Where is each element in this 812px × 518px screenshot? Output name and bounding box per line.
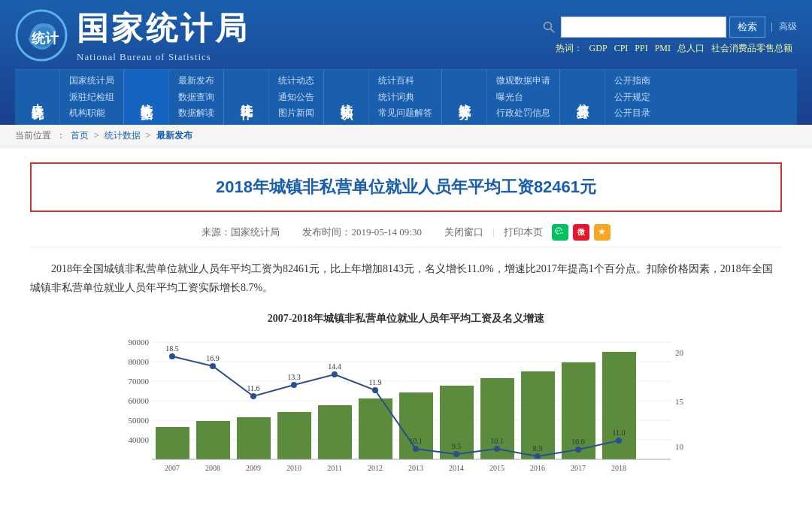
bar-2008 xyxy=(196,421,230,459)
nav-section-openinfo: 信息公开 公开指南 公开规定 公开目录 xyxy=(560,70,659,125)
nav-link-encyclopedia[interactable]: 统计百科 xyxy=(378,73,432,89)
nav-section-knowledge: 统计知识 统计百科 统计词典 常见问题解答 xyxy=(324,70,442,125)
svg-text:统计: 统计 xyxy=(31,31,59,46)
nav-link-faq[interactable]: 常见问题解答 xyxy=(378,105,432,122)
nav-link-dynamics[interactable]: 统计动态 xyxy=(278,73,314,89)
svg-point-9 xyxy=(562,232,562,233)
svg-text:18.5: 18.5 xyxy=(165,344,179,353)
nav-main-about: 走近统计 xyxy=(29,94,45,100)
nav-item-service[interactable]: 统计服务 xyxy=(442,70,487,125)
hot-word-ppi[interactable]: PPI xyxy=(635,43,647,53)
nav-link-bureau[interactable]: 国家统计局 xyxy=(69,73,114,89)
hot-words: 热词： GDP CPI PPI PMI 总人口 社会消费品零售总额 xyxy=(556,42,797,55)
svg-text:2007: 2007 xyxy=(165,464,180,472)
breadcrumb-stats-data[interactable]: 统计数据 xyxy=(105,130,141,141)
nav-link-notices[interactable]: 通知公告 xyxy=(278,89,314,106)
svg-text:2015: 2015 xyxy=(489,464,504,472)
point-2012 xyxy=(372,387,378,393)
nav-item-knowledge[interactable]: 统计知识 xyxy=(324,70,369,125)
favorite-icon[interactable]: ★ xyxy=(594,224,611,241)
nav-item-openinfo[interactable]: 信息公开 xyxy=(560,70,605,125)
meta-actions: 关闭窗口 | 打印本页 微 ★ xyxy=(444,224,611,241)
nav-main-data: 统计数据 xyxy=(138,94,154,100)
bar-2007 xyxy=(156,427,189,459)
nav-item-data[interactable]: 统计数据 xyxy=(124,70,169,125)
time-info: 发布时间：2019-05-14 09:30 xyxy=(302,226,422,239)
time-value: 2019-05-14 09:30 xyxy=(351,226,422,238)
breadcrumb-home[interactable]: 首页 xyxy=(71,130,89,141)
svg-text:11.0: 11.0 xyxy=(612,429,625,437)
nav-item-work[interactable]: 统计工作 xyxy=(224,70,269,125)
print-page-link[interactable]: 打印本页 xyxy=(504,226,543,239)
point-2017 xyxy=(575,447,581,453)
weibo-share-icon[interactable]: 微 xyxy=(573,224,589,241)
chart-section: 2007-2018年城镇非私营单位就业人员年平均工资及名义增速 90000 80… xyxy=(30,312,782,483)
nav-link-dictionary[interactable]: 统计词典 xyxy=(378,89,432,106)
breadcrumb-latest: 最新发布 xyxy=(156,130,192,141)
nav-section-service: 统计服务 微观数据申请 曝光台 行政处罚信息 xyxy=(442,70,560,125)
nav-main-service: 统计服务 xyxy=(456,94,472,100)
svg-text:2014: 2014 xyxy=(449,464,464,472)
social-icons: 微 ★ xyxy=(552,224,611,241)
wechat-share-icon[interactable] xyxy=(552,224,568,241)
nav-item-about[interactable]: 走近统计 xyxy=(15,70,60,125)
advanced-search-link[interactable]: 高级 xyxy=(779,20,797,33)
search-area: 检索 | 高级 热词： GDP CPI PPI PMI 总人口 社会消费品零售总… xyxy=(543,17,797,55)
hot-word-population[interactable]: 总人口 xyxy=(677,43,704,53)
svg-text:80000: 80000 xyxy=(129,357,150,366)
chart-container: 90000 80000 70000 60000 50000 40000 20 1… xyxy=(113,333,699,483)
logo-text: 国家统计局 National Bureau of Statistics xyxy=(77,8,250,63)
nav-link-micro[interactable]: 微观数据申请 xyxy=(496,73,550,89)
title-box: 2018年城镇非私营单位就业人员年平均工资82461元 xyxy=(30,162,782,212)
hot-label: 热词： xyxy=(556,43,583,53)
header: 统计 国家统计局 National Bureau of Statistics 检… xyxy=(0,0,812,125)
svg-text:50000: 50000 xyxy=(129,416,150,425)
svg-text:10.0: 10.0 xyxy=(571,438,585,446)
nav-links-openinfo: 公开指南 公开规定 公开目录 xyxy=(605,70,659,125)
article-title: 2018年城镇非私营单位就业人员年平均工资82461元 xyxy=(47,176,765,198)
hot-word-pmi[interactable]: PMI xyxy=(655,43,671,53)
svg-text:2017: 2017 xyxy=(571,464,586,472)
nav-main-work: 统计工作 xyxy=(238,94,254,100)
nav-link-photos[interactable]: 图片新闻 xyxy=(278,105,314,122)
hot-word-cpi[interactable]: CPI xyxy=(614,43,629,53)
nav-link-penalty[interactable]: 行政处罚信息 xyxy=(496,105,550,122)
nav-section-data: 统计数据 最新发布 数据查询 数据解读 xyxy=(124,70,224,125)
svg-text:2016: 2016 xyxy=(530,464,545,472)
svg-text:60000: 60000 xyxy=(129,396,150,405)
nav-links-about: 国家统计局 派驻纪检组 机构职能 xyxy=(60,70,123,125)
hot-word-gdp[interactable]: GDP xyxy=(589,43,607,53)
nav-link-latest[interactable]: 最新发布 xyxy=(178,73,214,89)
nav-link-regulation[interactable]: 公开规定 xyxy=(614,89,650,106)
search-button[interactable]: 检索 xyxy=(729,17,765,38)
search-input[interactable] xyxy=(561,17,726,38)
nav-links-data: 最新发布 数据查询 数据解读 xyxy=(169,70,223,125)
point-2008 xyxy=(210,363,216,369)
svg-point-7 xyxy=(559,230,564,235)
hot-word-retail[interactable]: 社会消费品零售总额 xyxy=(711,43,792,53)
svg-text:14.4: 14.4 xyxy=(328,362,341,371)
svg-text:40000: 40000 xyxy=(129,435,150,444)
nav-bar: 走近统计 国家统计局 派驻纪检组 机构职能 统计数据 最新发布 数据查询 数据解… xyxy=(15,69,797,125)
svg-text:2010: 2010 xyxy=(286,464,301,472)
nav-link-guide[interactable]: 公开指南 xyxy=(614,73,650,89)
point-2018 xyxy=(616,438,622,444)
close-window-link[interactable]: 关闭窗口 xyxy=(444,226,483,239)
point-2015 xyxy=(494,446,500,452)
svg-text:2009: 2009 xyxy=(246,464,261,472)
logo-cn: 国家统计局 xyxy=(77,8,250,50)
point-2013 xyxy=(413,446,419,452)
nav-link-query[interactable]: 数据查询 xyxy=(178,89,214,106)
nav-section-work: 统计工作 统计动态 通知公告 图片新闻 xyxy=(224,70,324,125)
nav-link-expose[interactable]: 曝光台 xyxy=(496,89,550,106)
svg-point-5 xyxy=(556,230,558,232)
source-info: 来源：国家统计局 xyxy=(201,226,280,239)
nav-link-functions[interactable]: 机构职能 xyxy=(69,105,114,122)
svg-point-2 xyxy=(544,22,551,29)
svg-text:2011: 2011 xyxy=(327,464,342,472)
nav-link-interpret[interactable]: 数据解读 xyxy=(178,105,214,122)
nav-link-catalog[interactable]: 公开目录 xyxy=(614,105,650,122)
nav-link-discipline[interactable]: 派驻纪检组 xyxy=(69,89,114,106)
article-body: 2018年全国城镇非私营单位就业人员年平均工资为82461元，比上年增加8143… xyxy=(30,259,782,297)
nav-links-work: 统计动态 通知公告 图片新闻 xyxy=(269,70,323,125)
